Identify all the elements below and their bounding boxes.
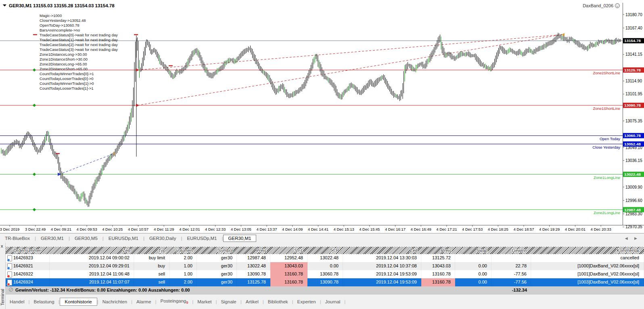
- cell-preis: 13043.03: [421, 262, 455, 270]
- terminal-tab-belastung[interactable]: Belastung: [29, 299, 58, 304]
- time-axis-label: 4 Dec 18:25: [488, 227, 508, 231]
- tab-scroll-arrows[interactable]: ◀ ▶: [625, 236, 644, 240]
- history-row-16426922[interactable]: 164269222019.12.04 11:06:48sell1.00ger30…: [6, 270, 644, 278]
- tab-separator: |: [344, 299, 345, 304]
- ea-annotation: CloseYesterday->13052.48: [40, 18, 86, 23]
- cell-ordernummer: 16426923: [6, 254, 50, 262]
- cell-sl: 13160.78: [270, 270, 307, 278]
- ea-annotation: TradeCaseStatus[1]->wait for next tradin…: [40, 38, 118, 42]
- time-axis-label: 4 Dec 16:49: [411, 227, 431, 231]
- cell-volumen: 1.00: [169, 262, 197, 270]
- ea-annotation: Zone1DistanceShort->30.00: [40, 57, 88, 61]
- column-header-swap[interactable]: Swap: [455, 247, 491, 254]
- terminal-tab-handel[interactable]: Handel: [6, 299, 28, 304]
- cell-symbol: ger30: [197, 270, 237, 278]
- column-header-gewinn[interactable]: Gewinn: [491, 247, 531, 254]
- cell-ordernummer: 16426924: [6, 278, 50, 286]
- ea-annotation: TradeCaseStatus[0]->wait for next tradin…: [40, 33, 118, 37]
- cell-zeit: 2019.12.04 09:00:02: [50, 254, 134, 262]
- cell-zeit: 2019.12.04 13:30:03: [343, 254, 421, 262]
- cell-zeit: 2019.12.04 09:29:01: [50, 262, 134, 270]
- cell-symbol: ger30: [197, 262, 237, 270]
- time-axis-label: 4 Dec 09:21: [51, 227, 71, 231]
- cell-ordernummer: 16426922: [6, 270, 50, 278]
- history-row-16426921[interactable]: 164269212019.12.04 09:29:01buy1.00ger301…: [6, 262, 644, 270]
- terminal-tab-experten[interactable]: Experten: [293, 299, 320, 304]
- history-table-header: OrdernummerZeitTypVolumenSymbolPreisS / …: [6, 247, 644, 254]
- hline-label: Open Today: [600, 137, 620, 141]
- cell-swap: 0.00: [455, 262, 491, 270]
- stoploss-dash: [169, 65, 173, 66]
- time-axis-label: 4 Dec 14:41: [308, 227, 328, 231]
- column-header-sl[interactable]: S / L: [270, 247, 307, 254]
- cell-zeit: 2019.12.04 10:37:08: [343, 262, 421, 270]
- terminal-sidebar: Terminal: [0, 243, 6, 309]
- chart-tab-ger30-m5-2[interactable]: GER30,M5: [70, 236, 102, 241]
- column-header-preis[interactable]: Preis: [237, 247, 270, 254]
- column-header-zeit[interactable]: Zeit: [50, 247, 134, 254]
- terminal-tab-signale[interactable]: Signale: [217, 299, 240, 304]
- cell-kommentar: cancelled: [531, 254, 644, 262]
- cell-kommentar: [1001]DaxBand_V02.06xxxx[sl]: [531, 270, 644, 278]
- terminal-tab-bibliothek[interactable]: Bibliothek: [264, 299, 292, 304]
- column-header-preis[interactable]: Preis: [421, 247, 455, 254]
- column-header-volumen[interactable]: Volumen: [169, 247, 197, 254]
- chart-tab-eurusdp-m1-3[interactable]: EURUSDp,M1: [104, 236, 143, 241]
- terminal-tab-kontohistorie[interactable]: Kontohistorie: [60, 298, 97, 306]
- time-axis-label: 4 Dec 16:17: [385, 227, 406, 231]
- cell-tp: 13090.78: [307, 278, 343, 286]
- chart-tab-tr-bluebox-0[interactable]: TR-BlueBox: [0, 236, 35, 241]
- cell-preis: 13022.48: [237, 262, 270, 270]
- chart-tab-eurusdp-m1-5[interactable]: EURUSDp,M1: [182, 236, 222, 241]
- close-icon[interactable]: x: [1, 244, 3, 248]
- time-axis-label: 4 Dec 20:01: [565, 227, 585, 231]
- column-header-ordernummer[interactable]: Ordernummer: [6, 247, 50, 254]
- time-axis-label: 4 Dec 20:33: [590, 227, 611, 231]
- terminal-tab-journal[interactable]: Journal: [321, 299, 345, 304]
- ea-annotation: Magic->1000: [40, 13, 62, 18]
- price-badge-label: 13022.48: [624, 172, 641, 177]
- history-row-16426924[interactable]: 164269242019.12.04 11:07:07sell2.00ger30…: [6, 278, 644, 286]
- hline-label: Zone2ShortLine: [593, 71, 620, 75]
- summary-icon: [9, 288, 13, 292]
- cell-gewinn: -77.56: [491, 270, 531, 278]
- terminal-tab-alarme[interactable]: Alarme: [132, 299, 155, 304]
- cell-preis: 13160.78: [421, 270, 455, 278]
- ea-name-label: DaxBand_0206: [583, 3, 613, 8]
- price-axis-label: 12996.60: [625, 198, 642, 203]
- time-axis-label: 4 Dec 15:13: [333, 227, 354, 231]
- price-axis-label: 13180.70: [625, 13, 642, 17]
- chart-tab-ger30-daily-4[interactable]: GER30,Daily: [144, 236, 181, 241]
- chart-tab-ger30-m1-6[interactable]: GER30,M1: [223, 235, 257, 242]
- unread-count-badge: 9: [186, 301, 188, 305]
- cell-tp: 13060.78: [307, 270, 343, 278]
- cell-symbol: ger30: [197, 278, 237, 286]
- hline-label: Zone1LongLine: [594, 175, 620, 180]
- column-header-zeit[interactable]: Zeit: [343, 247, 421, 254]
- cell-volumen: 2.00: [169, 278, 197, 286]
- terminal-tab-posteingang[interactable]: Posteingang9: [157, 298, 192, 305]
- ea-annotation: TradeCaseStatus[3]->wait for next tradin…: [40, 47, 118, 52]
- time-axis-label: 4 Dec 10:57: [128, 227, 148, 231]
- ea-annotation: Zone2DistanceLong->65.00: [40, 62, 87, 66]
- column-header-symbol[interactable]: Symbol: [197, 247, 237, 254]
- chart-tab-ger30-m1-1[interactable]: GER30,M1: [36, 236, 69, 241]
- terminal-tab-market[interactable]: Market: [193, 299, 215, 304]
- cell-preis: 12987.48: [237, 254, 270, 262]
- price-axis-label: 13101.95: [625, 92, 642, 96]
- price-badge-label: 13090.78: [624, 103, 641, 107]
- ea-annotation: Zone2DistanceShort->65.00: [40, 67, 88, 71]
- column-header-typ[interactable]: Typ: [134, 247, 169, 254]
- cell-zeit: 2019.12.04 11:07:07: [50, 278, 134, 286]
- chart-canvas[interactable]: Zone2ShortLineZone1ShortLineOpen TodayCl…: [0, 0, 644, 233]
- column-header-kommentar[interactable]: Kommentar: [531, 247, 644, 254]
- hline-label: Zone2LongLine: [594, 210, 620, 215]
- column-header-tp[interactable]: T / P: [307, 247, 343, 254]
- terminal-tab-artikel[interactable]: Artikel: [242, 299, 263, 304]
- ea-annotation: Zone1DistanceLong->30.00: [40, 52, 87, 57]
- history-row-16426923[interactable]: 164269232019.12.04 09:00:02buy limit2.00…: [6, 254, 644, 262]
- cell-zeit: 2019.12.04 19:53:09: [343, 270, 421, 278]
- cell-tp: 13022.48: [307, 254, 343, 262]
- terminal-tab-nachrichten[interactable]: Nachrichten: [98, 299, 131, 304]
- cell-sl: 13043.03: [270, 262, 307, 270]
